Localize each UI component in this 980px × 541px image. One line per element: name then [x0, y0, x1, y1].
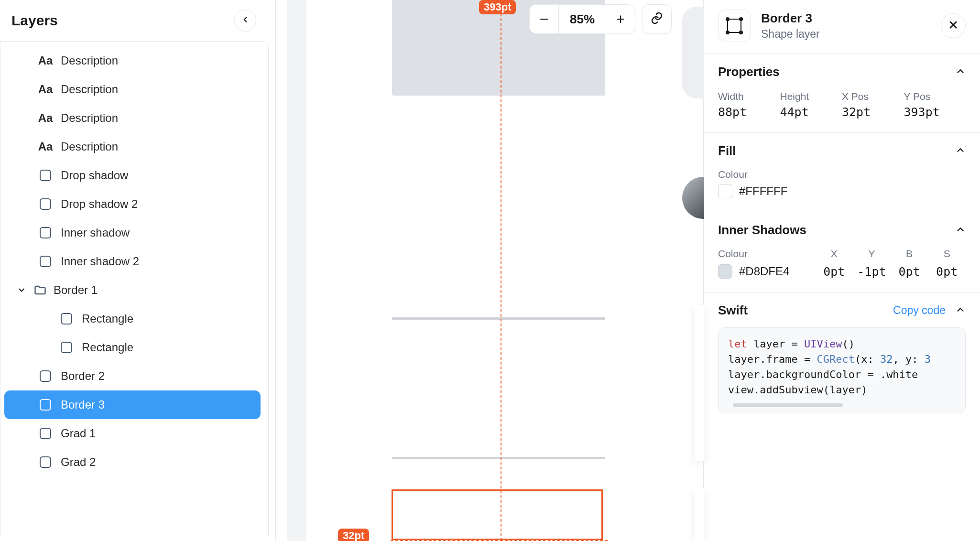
chevron-left-icon — [241, 15, 250, 26]
layer-item[interactable]: Drop shadow 2 — [4, 190, 261, 218]
code-token: view.addSubview(layer) — [728, 384, 867, 396]
text-layer-icon: Aa — [39, 54, 52, 67]
layer-item[interactable]: Aa Description — [4, 46, 261, 75]
text-layer-icon: Aa — [39, 111, 52, 125]
code-block[interactable]: let layer = UIView() layer.frame = CGRec… — [718, 327, 966, 413]
guide-vertical — [501, 9, 501, 541]
link-icon — [650, 11, 664, 27]
prop-xpos-label: X Pos — [842, 91, 904, 102]
shadow-s-value[interactable]: 0pt — [928, 265, 966, 279]
prop-ypos-value[interactable]: 393pt — [904, 105, 966, 119]
properties-section: Properties Width Height X Pos Y Pos 88pt… — [704, 54, 980, 133]
inspector-header: Border 3 Shape layer — [704, 0, 980, 54]
svg-point-3 — [726, 31, 729, 34]
shadow-colour-value[interactable]: #D8DFE4 — [739, 265, 789, 278]
layer-item[interactable]: Grad 1 — [4, 419, 261, 448]
layer-group[interactable]: Border 1 — [4, 276, 261, 304]
chevron-up-icon — [955, 66, 966, 78]
section-header-fill[interactable]: Fill — [718, 143, 966, 158]
fill-colour-label: Colour — [718, 169, 966, 180]
zoom-in-button[interactable]: + — [606, 5, 635, 33]
code-token: layer.backgroundColor = .white — [728, 368, 918, 380]
canvas-art-edge — [682, 7, 704, 98]
layer-label: Rectangle — [82, 312, 133, 325]
section-header-properties[interactable]: Properties — [718, 65, 966, 79]
code-token: let — [728, 338, 747, 350]
svg-point-2 — [740, 18, 742, 21]
canvas-art-edge — [695, 305, 704, 461]
chevron-up-icon — [955, 145, 966, 157]
canvas-divider — [392, 317, 605, 320]
prop-ypos-label: Y Pos — [904, 91, 966, 102]
shadow-y-value[interactable]: -1pt — [853, 265, 891, 279]
canvas-divider — [392, 457, 605, 459]
shape-layer-icon — [39, 398, 52, 411]
fill-colour-value[interactable]: #FFFFFF — [739, 184, 787, 198]
design-canvas[interactable]: 393pt 32pt − 85% + — [276, 0, 704, 541]
code-token: CGRect — [817, 353, 854, 365]
close-icon — [947, 19, 959, 32]
layers-list: Aa Description Aa Description Aa Descrip… — [0, 41, 269, 537]
layer-label: Drop shadow 2 — [61, 197, 138, 211]
svg-point-4 — [740, 31, 742, 34]
layer-label: Rectangle — [82, 341, 133, 354]
layer-item[interactable]: Aa Description — [4, 104, 261, 132]
prop-xpos-value[interactable]: 32pt — [842, 105, 904, 119]
dimension-label-top: 393pt — [479, 0, 516, 14]
code-token: 3 — [925, 353, 931, 365]
section-title: Swift — [718, 303, 748, 318]
section-header-inner-shadows[interactable]: Inner Shadows — [718, 223, 966, 238]
layers-sidebar: Layers Aa Description Aa Description Aa … — [0, 0, 276, 541]
prop-width-value[interactable]: 88pt — [718, 105, 780, 119]
shape-layer-icon — [60, 312, 73, 325]
fill-colour-swatch[interactable] — [718, 184, 732, 198]
shape-layer-icon — [39, 197, 52, 211]
canvas-art-edge — [682, 177, 704, 219]
layer-item[interactable]: Drop shadow — [4, 161, 261, 190]
code-token: 32 — [880, 353, 893, 365]
collapse-sidebar-button[interactable] — [234, 10, 256, 32]
layer-item[interactable]: Aa Description — [4, 132, 261, 161]
layer-label: Inner shadow — [61, 226, 130, 239]
layer-label: Drop shadow — [61, 169, 128, 182]
layer-label: Description — [61, 111, 118, 125]
zoom-out-button[interactable]: − — [530, 5, 558, 33]
prop-height-label: Height — [780, 91, 842, 102]
layer-label: Description — [61, 83, 118, 96]
layer-item[interactable]: Rectangle — [4, 333, 261, 362]
shape-layer-icon — [39, 226, 52, 239]
layer-item[interactable]: Rectangle — [4, 304, 261, 333]
shape-layer-icon — [39, 369, 52, 383]
layer-item[interactable]: Border 2 — [4, 362, 261, 390]
canvas-art-edge — [695, 488, 704, 541]
inner-shadows-section: Inner Shadows Colour X Y B S #D8DFE4 0pt… — [704, 212, 980, 292]
share-link-button[interactable] — [642, 4, 672, 34]
layer-item[interactable]: Grad 2 — [4, 448, 261, 476]
close-inspector-button[interactable] — [941, 13, 966, 38]
selection-outline[interactable] — [392, 489, 603, 540]
layer-item-selected[interactable]: Border 3 — [4, 390, 261, 419]
section-header-code[interactable]: Swift Copy code — [718, 303, 966, 318]
shape-layer-icon — [39, 255, 52, 268]
shadow-y-label: Y — [853, 248, 891, 260]
layer-item[interactable]: Inner shadow — [4, 218, 261, 247]
inspector-panel: Border 3 Shape layer Properties Width He… — [704, 0, 980, 541]
text-layer-icon: Aa — [39, 140, 52, 153]
shadow-x-value[interactable]: 0pt — [816, 265, 853, 279]
layer-label: Border 1 — [54, 283, 98, 297]
prop-width-label: Width — [718, 91, 780, 102]
zoom-toolbar: − 85% + — [529, 4, 672, 34]
copy-code-button[interactable]: Copy code — [893, 304, 946, 317]
shape-layer-icon — [39, 427, 52, 440]
layer-item[interactable]: Aa Description — [4, 75, 261, 104]
layer-item[interactable]: Inner shadow 2 — [4, 247, 261, 276]
chevron-down-icon[interactable] — [16, 285, 27, 295]
inspector-title: Border 3 — [761, 11, 930, 26]
zoom-value[interactable]: 85% — [558, 4, 606, 34]
prop-height-value[interactable]: 44pt — [780, 105, 842, 119]
code-scrollbar[interactable] — [733, 403, 843, 407]
shadow-x-label: X — [816, 248, 853, 260]
shadow-colour-swatch[interactable] — [718, 264, 732, 279]
shadow-b-value[interactable]: 0pt — [891, 265, 928, 279]
svg-point-1 — [726, 18, 729, 21]
